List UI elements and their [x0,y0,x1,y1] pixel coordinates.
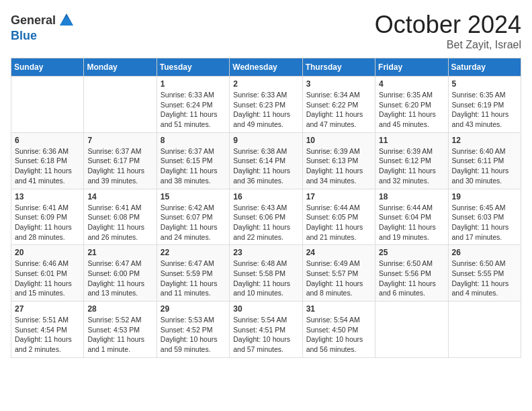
day-number: 30 [233,304,298,314]
day-info: Sunrise: 6:46 AMSunset: 6:01 PMDaylight:… [15,259,80,298]
calendar-day-cell: 23Sunrise: 6:48 AMSunset: 5:58 PMDayligh… [230,245,302,302]
day-number: 29 [161,304,226,314]
calendar-day-cell: 4Sunrise: 6:35 AMSunset: 6:20 PMDaylight… [375,77,448,133]
day-number: 31 [306,304,371,314]
calendar-day-cell: 27Sunrise: 5:51 AMSunset: 4:54 PMDayligh… [11,302,84,358]
weekday-header-monday: Monday [84,58,157,77]
logo-icon [57,11,76,30]
calendar-day-cell: 16Sunrise: 6:43 AMSunset: 6:06 PMDayligh… [230,189,302,245]
calendar-day-cell: 18Sunrise: 6:44 AMSunset: 6:04 PMDayligh… [375,189,448,245]
day-info: Sunrise: 5:51 AMSunset: 4:54 PMDaylight:… [15,315,80,355]
day-number: 28 [87,304,152,314]
day-info: Sunrise: 6:35 AMSunset: 6:20 PMDaylight:… [379,90,444,130]
calendar-day-cell: 1Sunrise: 6:33 AMSunset: 6:24 PMDaylight… [157,77,229,133]
title-area: October 2024 Bet Zayit, Israel [375,11,521,51]
location-subtitle: Bet Zayit, Israel [375,39,521,51]
calendar-day-cell: 3Sunrise: 6:34 AMSunset: 6:22 PMDaylight… [302,77,375,133]
day-number: 19 [452,192,517,201]
day-number: 14 [87,192,152,201]
day-number: 13 [15,192,80,201]
day-number: 25 [379,248,444,257]
calendar-day-cell: 20Sunrise: 6:46 AMSunset: 6:01 PMDayligh… [11,245,84,302]
weekday-header-friday: Friday [375,58,448,77]
day-info: Sunrise: 6:37 AMSunset: 6:17 PMDaylight:… [87,146,152,186]
day-number: 26 [452,248,517,257]
calendar-day-cell [448,302,521,358]
day-number: 2 [233,79,298,89]
weekday-header-wednesday: Wednesday [230,58,302,77]
calendar-week-row: 6Sunrise: 6:36 AMSunset: 6:18 PMDaylight… [11,132,521,189]
calendar-day-cell: 8Sunrise: 6:37 AMSunset: 6:15 PMDaylight… [157,132,229,189]
day-info: Sunrise: 6:37 AMSunset: 6:15 PMDaylight:… [161,146,226,186]
day-number: 20 [15,248,80,257]
svg-marker-1 [60,16,73,26]
day-info: Sunrise: 6:49 AMSunset: 5:57 PMDaylight:… [306,259,371,298]
calendar-day-cell: 29Sunrise: 5:53 AMSunset: 4:52 PMDayligh… [157,302,229,358]
calendar-week-row: 13Sunrise: 6:41 AMSunset: 6:09 PMDayligh… [11,189,521,245]
calendar-day-cell: 11Sunrise: 6:39 AMSunset: 6:12 PMDayligh… [375,132,448,189]
day-info: Sunrise: 6:34 AMSunset: 6:22 PMDaylight:… [306,90,371,130]
calendar-day-cell: 2Sunrise: 6:33 AMSunset: 6:23 PMDaylight… [230,77,302,133]
calendar-day-cell: 6Sunrise: 6:36 AMSunset: 6:18 PMDaylight… [11,132,84,189]
calendar-day-cell: 30Sunrise: 5:54 AMSunset: 4:51 PMDayligh… [230,302,302,358]
calendar-day-cell: 15Sunrise: 6:42 AMSunset: 6:07 PMDayligh… [157,189,229,245]
calendar-day-cell [11,77,84,133]
day-info: Sunrise: 6:48 AMSunset: 5:58 PMDaylight:… [233,259,298,298]
day-info: Sunrise: 6:39 AMSunset: 6:12 PMDaylight:… [379,146,444,186]
day-number: 17 [306,192,371,201]
calendar-table: SundayMondayTuesdayWednesdayThursdayFrid… [11,58,521,358]
day-info: Sunrise: 6:38 AMSunset: 6:14 PMDaylight:… [233,146,298,186]
day-info: Sunrise: 6:43 AMSunset: 6:06 PMDaylight:… [233,203,298,242]
day-number: 24 [306,248,371,257]
day-number: 10 [306,136,371,145]
day-info: Sunrise: 6:47 AMSunset: 6:00 PMDaylight:… [87,259,152,298]
calendar-day-cell: 19Sunrise: 6:45 AMSunset: 6:03 PMDayligh… [448,189,521,245]
day-number: 3 [306,79,371,89]
day-number: 12 [452,136,517,145]
day-number: 1 [161,79,226,89]
day-info: Sunrise: 6:41 AMSunset: 6:08 PMDaylight:… [87,203,152,242]
day-number: 4 [379,79,444,89]
day-info: Sunrise: 6:39 AMSunset: 6:13 PMDaylight:… [306,146,371,186]
weekday-header-tuesday: Tuesday [157,58,229,77]
calendar-day-cell: 7Sunrise: 6:37 AMSunset: 6:17 PMDaylight… [84,132,157,189]
day-number: 8 [161,136,226,145]
day-info: Sunrise: 6:50 AMSunset: 5:56 PMDaylight:… [379,259,444,298]
day-info: Sunrise: 6:44 AMSunset: 6:04 PMDaylight:… [379,203,444,242]
calendar-day-cell: 22Sunrise: 6:47 AMSunset: 5:59 PMDayligh… [157,245,229,302]
day-number: 9 [233,136,298,145]
day-info: Sunrise: 6:33 AMSunset: 6:23 PMDaylight:… [233,90,298,130]
day-number: 18 [379,192,444,201]
logo-text-general: General [11,14,56,26]
logo-text-blue: Blue [11,29,37,42]
day-number: 22 [161,248,226,257]
day-number: 11 [379,136,444,145]
weekday-header-row: SundayMondayTuesdayWednesdayThursdayFrid… [11,58,521,77]
calendar-day-cell: 13Sunrise: 6:41 AMSunset: 6:09 PMDayligh… [11,189,84,245]
page-header: General Blue October 2024 Bet Zayit, Isr… [11,11,521,51]
day-info: Sunrise: 6:33 AMSunset: 6:24 PMDaylight:… [161,90,226,130]
day-info: Sunrise: 6:41 AMSunset: 6:09 PMDaylight:… [15,203,80,242]
day-info: Sunrise: 6:42 AMSunset: 6:07 PMDaylight:… [161,203,226,242]
day-number: 27 [15,304,80,314]
weekday-header-saturday: Saturday [448,58,521,77]
calendar-week-row: 1Sunrise: 6:33 AMSunset: 6:24 PMDaylight… [11,77,521,133]
day-info: Sunrise: 6:35 AMSunset: 6:19 PMDaylight:… [452,90,517,130]
logo: General Blue [11,11,76,42]
day-info: Sunrise: 6:40 AMSunset: 6:11 PMDaylight:… [452,146,517,186]
calendar-day-cell: 12Sunrise: 6:40 AMSunset: 6:11 PMDayligh… [448,132,521,189]
day-info: Sunrise: 6:47 AMSunset: 5:59 PMDaylight:… [161,259,226,298]
calendar-day-cell: 28Sunrise: 5:52 AMSunset: 4:53 PMDayligh… [84,302,157,358]
day-number: 5 [452,79,517,89]
calendar-day-cell: 9Sunrise: 6:38 AMSunset: 6:14 PMDaylight… [230,132,302,189]
day-info: Sunrise: 5:54 AMSunset: 4:50 PMDaylight:… [306,315,371,355]
day-info: Sunrise: 6:45 AMSunset: 6:03 PMDaylight:… [452,203,517,242]
calendar-day-cell: 14Sunrise: 6:41 AMSunset: 6:08 PMDayligh… [84,189,157,245]
calendar-day-cell: 17Sunrise: 6:44 AMSunset: 6:05 PMDayligh… [302,189,375,245]
calendar-day-cell: 26Sunrise: 6:50 AMSunset: 5:55 PMDayligh… [448,245,521,302]
day-number: 6 [15,136,80,145]
day-info: Sunrise: 6:44 AMSunset: 6:05 PMDaylight:… [306,203,371,242]
day-info: Sunrise: 6:50 AMSunset: 5:55 PMDaylight:… [452,259,517,298]
calendar-day-cell: 31Sunrise: 5:54 AMSunset: 4:50 PMDayligh… [302,302,375,358]
calendar-day-cell: 25Sunrise: 6:50 AMSunset: 5:56 PMDayligh… [375,245,448,302]
